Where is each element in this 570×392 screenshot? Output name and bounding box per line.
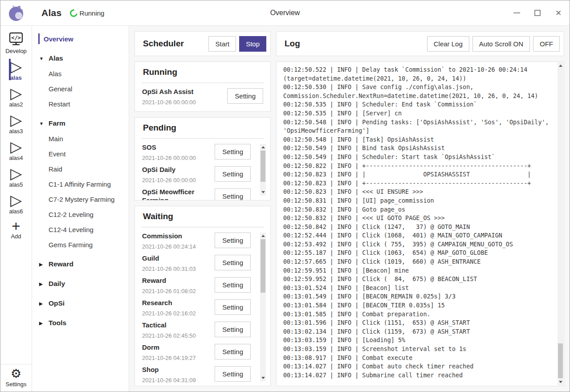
log-scrollbar[interactable] — [558, 62, 563, 385]
task-row: OpSi Meowfficer FarmingSetting — [142, 184, 251, 200]
task-setting-button[interactable]: Setting — [215, 366, 251, 382]
nav-item-general[interactable]: General — [32, 81, 129, 96]
start-button[interactable]: Start — [208, 36, 236, 52]
stop-button[interactable]: Stop — [239, 36, 266, 52]
maximize-button[interactable] — [533, 9, 542, 17]
rail-item-alas3[interactable]: ▷alas3 — [9, 110, 23, 137]
nav-item-label: C1-1 Affinity Farming — [49, 180, 111, 188]
nav-item-main[interactable]: Main — [32, 131, 129, 146]
scrollbar-thumb[interactable] — [558, 343, 563, 378]
waiting-scrollbar[interactable] — [260, 233, 266, 381]
scroll-down-arrow-icon[interactable] — [558, 379, 563, 385]
task-name: Guild — [142, 254, 196, 262]
scrollbar-thumb[interactable] — [261, 151, 265, 182]
chevron-collapsed-icon: ▶ — [39, 301, 45, 306]
log-line: (target=datetime.datetime(2021, 10, 26, … — [283, 74, 553, 83]
nav-item-label: Alas — [49, 70, 61, 78]
rail-item-label: Add — [0, 233, 32, 240]
task-info: SOS2021-10-26 00:00:00 — [142, 143, 196, 161]
app-logo-icon — [8, 4, 24, 21]
task-name: Tactical — [142, 321, 196, 329]
task-setting-button[interactable]: Setting — [215, 188, 251, 200]
rail-item-add[interactable]: + Add — [0, 217, 32, 242]
task-name: SOS — [142, 143, 196, 151]
nav-group-label: OpSi — [49, 299, 65, 307]
waiting-task-list: Commission2021-10-26 00:24:14SettingGuil… — [142, 228, 251, 384]
log-line: 00:12:59.951 | INFO | [Beacon] mine — [283, 266, 553, 275]
task-setting-button[interactable]: Setting — [215, 322, 251, 337]
maximize-icon — [534, 10, 541, 16]
scroll-down-arrow-icon[interactable] — [260, 189, 266, 195]
log-line: 00:12:50.548 | INFO | Pending tasks: ['O… — [283, 118, 553, 127]
play-icon: ▷ — [9, 112, 23, 127]
nav-group-daily[interactable]: ▶Daily — [32, 276, 129, 291]
task-setting-button[interactable]: Setting — [227, 88, 263, 104]
task-row: Tactical2021-10-26 02:45:50Setting — [142, 317, 251, 339]
task-setting-button[interactable]: Setting — [215, 344, 251, 359]
task-setting-button[interactable]: Setting — [215, 277, 251, 293]
task-row: OpSi Daily2021-10-26 00:00:00Setting — [142, 161, 251, 184]
log-line: 00:12:50.548 | INFO | [Task] OpsiAshAssi… — [283, 135, 553, 144]
scroll-up-arrow-icon[interactable] — [260, 233, 266, 239]
task-next-run-time: 2021-10-26 01:08:02 — [142, 288, 196, 294]
nav-group-alas[interactable]: ▼Alas — [32, 51, 129, 66]
task-row: Commission2021-10-26 00:24:14Setting — [142, 228, 251, 250]
close-button[interactable]: ✕ — [554, 9, 562, 17]
nav-item-overview[interactable]: Overview — [32, 31, 129, 46]
log-output-panel: 00:12:50.522 | INFO | Delay task `Commis… — [276, 61, 564, 386]
nav-item-restart[interactable]: Restart — [32, 96, 129, 111]
nav-group-reward[interactable]: ▶Reward — [32, 257, 129, 272]
auto-scroll-off-button[interactable]: OFF — [533, 36, 560, 52]
nav-group-opsi[interactable]: ▶OpSi — [32, 296, 129, 311]
nav-item-alas[interactable]: Alas — [32, 66, 129, 81]
rail-item-alas6[interactable]: ▷alas6 — [9, 191, 23, 217]
nav-item-c7-2-mystery-farming[interactable]: C7-2 Mystery Farming — [32, 192, 129, 207]
auto-scroll-on-button[interactable]: Auto Scroll ON — [472, 36, 530, 52]
nav-item-raid[interactable]: Raid — [32, 161, 129, 176]
rail-item-develop[interactable]: </> Develop — [0, 29, 32, 57]
play-icon: ▷ — [9, 166, 23, 181]
nav-item-label: Overview — [44, 35, 73, 43]
rail-item-alas5[interactable]: ▷alas5 — [9, 164, 23, 191]
log-line: 00:12:50.823 | INFO | <<< UI ENSURE >>> — [283, 188, 553, 196]
rail-item-alas[interactable]: ▷alas — [9, 57, 23, 84]
task-setting-button[interactable]: Setting — [215, 255, 251, 270]
nav-group-label: Reward — [49, 260, 73, 268]
nav-item-event[interactable]: Event — [32, 146, 129, 161]
scrollbar-thumb[interactable] — [261, 239, 265, 293]
nav-item-label: C12-4 Leveling — [49, 226, 94, 233]
pending-scrollbar[interactable] — [260, 144, 266, 196]
scroll-up-arrow-icon[interactable] — [260, 144, 266, 150]
log-line: 00:13:01.549 | INFO | [BEACON_REMAIN 0.0… — [283, 292, 553, 301]
rail-item-alas2[interactable]: ▷alas2 — [9, 84, 23, 110]
nav-item-c12-2-leveling[interactable]: C12-2 Leveling — [32, 207, 129, 222]
task-setting-button[interactable]: Setting — [215, 233, 251, 248]
task-info: Commission2021-10-26 00:24:14 — [142, 232, 196, 250]
task-setting-button[interactable]: Setting — [215, 166, 251, 182]
task-setting-button[interactable]: Setting — [215, 144, 251, 159]
rail-item-label: alas5 — [9, 181, 23, 188]
nav-group-farm[interactable]: ▼Farm — [32, 116, 129, 131]
scroll-up-arrow-icon[interactable] — [558, 63, 563, 69]
scheduler-status-text: Running — [80, 9, 105, 17]
log-line: 00:13:01.584 | INFO | [BEACON_TIER 0.035… — [283, 301, 553, 310]
log-line: 00:12:50.549 | INFO | Bind task OpsiAshA… — [283, 144, 553, 153]
task-row: Shop2021-10-26 04:31:09Setting — [142, 361, 251, 384]
clear-log-button[interactable]: Clear Log — [427, 36, 469, 52]
log-lines: 00:12:50.522 | INFO | Delay task `Commis… — [283, 65, 553, 380]
add-plus-icon: + — [0, 219, 32, 233]
nav-group-tools[interactable]: ▶Tools — [32, 315, 129, 331]
minimize-button[interactable] — [513, 9, 521, 17]
nav-item-gems-farming[interactable]: Gems Farming — [32, 237, 129, 252]
nav-item-c1-1-affinity-farming[interactable]: C1-1 Affinity Farming — [32, 176, 129, 192]
rail-item-label: alas — [9, 74, 23, 81]
rail-item-alas4[interactable]: ▷alas4 — [9, 137, 23, 164]
nav-item-c12-4-leveling[interactable]: C12-4 Leveling — [32, 222, 129, 237]
log-line: 00:12:59.952 | INFO | Click ( 84, 675) @… — [283, 275, 553, 284]
log-column: Log Clear Log Auto Scroll ON OFF 00:12:5… — [276, 31, 564, 386]
rail-item-settings[interactable]: ⚙ Settings — [0, 364, 32, 392]
nav-group-label: Tools — [49, 319, 66, 327]
log-line: 00:12:57.665 | INFO | Click (1019, 660) … — [283, 257, 553, 266]
scroll-down-arrow-icon[interactable] — [260, 375, 266, 381]
task-setting-button[interactable]: Setting — [215, 299, 251, 315]
